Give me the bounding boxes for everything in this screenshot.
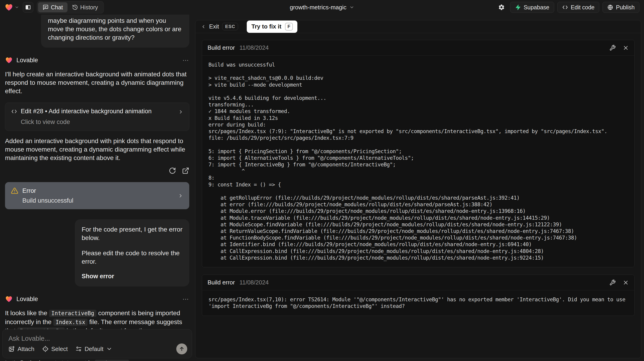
user-message-line: For the code present, I get the error be… <box>82 225 182 242</box>
assistant-text: I'll help create an interactive backgrou… <box>5 70 189 95</box>
build-error-card-header: Build error 11/08/2024 <box>202 40 634 56</box>
send-button[interactable] <box>176 344 187 355</box>
chevron-down-icon <box>14 5 19 9</box>
error-banner-subtitle: Build unsuccessful <box>22 197 183 204</box>
lovable-logo-menu[interactable] <box>4 3 19 12</box>
close-icon[interactable] <box>622 45 629 51</box>
edit-card-title: Edit #28 • Add interactive background an… <box>21 108 152 115</box>
code-brackets-icon <box>11 108 17 114</box>
close-icon[interactable] <box>622 279 629 286</box>
arrow-up-icon <box>179 346 185 352</box>
supabase-button[interactable]: Supabase <box>510 2 554 13</box>
restore-icon[interactable] <box>169 167 176 174</box>
warning-triangle-icon <box>11 187 18 194</box>
message-menu-button[interactable]: ⋯ <box>182 295 189 303</box>
build-error-card: Build error 11/08/2024 src/pages/Index.t… <box>202 275 635 316</box>
try-to-fix-button[interactable]: Try to fix it F <box>247 20 297 33</box>
build-error-title: Build error <box>208 279 235 286</box>
exit-label: Exit <box>209 23 219 30</box>
gear-icon <box>498 4 505 11</box>
publish-button[interactable]: Publish <box>602 2 640 13</box>
user-message-line: Please edit the code to resolve the erro… <box>82 249 182 266</box>
publish-label: Publish <box>616 4 635 11</box>
chat-icon <box>43 4 48 10</box>
user-message: maybe diagramming points and when you mo… <box>41 14 189 48</box>
settings-sliders-icon <box>76 346 82 352</box>
tab-chat[interactable]: Chat <box>38 2 68 12</box>
settings-button[interactable] <box>496 2 507 13</box>
edit-code-label: Edit code <box>571 4 594 11</box>
message-menu-button[interactable]: ⋯ <box>182 56 189 64</box>
build-error-banner[interactable]: Error Build unsuccessful <box>5 182 189 209</box>
assistant-name: Lovable <box>16 296 38 303</box>
chat-composer[interactable]: Ask Lovable... Attach Select Default <box>2 329 192 358</box>
tab-history[interactable]: History <box>68 2 102 12</box>
build-error-card-header: Build error 11/08/2024 <box>202 275 634 290</box>
edit-card-subtitle: Click to view code <box>21 118 183 126</box>
exit-button[interactable]: Exit ESC <box>201 23 238 30</box>
edit-code-button[interactable]: Edit code <box>557 2 599 13</box>
chat-mode-dropdown[interactable]: Default <box>76 346 112 353</box>
fix-wrench-icon[interactable] <box>609 45 616 51</box>
chat-scroll-area[interactable]: maybe diagramming points and when you mo… <box>0 14 194 361</box>
build-error-card-body[interactable]: src/pages/Index.tsx(7,10): error TS2614:… <box>202 290 634 316</box>
attach-label: Attach <box>18 346 34 353</box>
open-preview-icon[interactable] <box>182 167 189 174</box>
target-icon <box>42 346 48 352</box>
supabase-label: Supabase <box>524 4 549 11</box>
error-log-list: Build error 11/08/2024 Build was unsucce… <box>196 33 641 323</box>
panel-left-icon <box>25 4 31 10</box>
globe-icon <box>607 4 613 10</box>
tab-chat-label: Chat <box>51 4 63 11</box>
error-banner-title: Error <box>22 187 36 194</box>
assistant-message-header: Lovable ⋯ <box>5 56 189 64</box>
image-plus-icon <box>8 346 15 352</box>
edit-card-28[interactable]: Edit #28 • Add interactive background an… <box>5 103 189 131</box>
preview-header: Exit ESC Try to fix it F <box>196 20 641 33</box>
tab-history-label: History <box>80 4 98 11</box>
build-error-card: Build error 11/08/2024 Build was unsucce… <box>202 40 635 267</box>
chevron-right-icon <box>178 109 184 115</box>
chat-mode-label: Default <box>84 346 103 353</box>
sidebar-toggle-button[interactable] <box>23 2 33 12</box>
f-key-badge: F <box>285 23 293 30</box>
history-icon <box>72 4 78 10</box>
build-error-date: 11/08/2024 <box>240 279 269 286</box>
chevron-down-icon <box>349 5 354 10</box>
fix-wrench-icon[interactable] <box>609 279 616 286</box>
lovable-heart-icon <box>4 3 13 12</box>
project-switcher[interactable]: growth-metrics-magic <box>290 0 354 14</box>
assistant-text: Added an interactive background with pin… <box>5 137 189 162</box>
lovable-avatar-icon <box>5 295 13 303</box>
topbar-actions: Supabase Edit code Publish <box>496 2 640 13</box>
message-tools <box>5 167 189 174</box>
attach-button[interactable]: Attach <box>8 346 34 353</box>
build-error-card-body[interactable]: Build was unsuccessful > vite_react_shad… <box>202 56 634 267</box>
code-brackets-icon <box>562 4 568 10</box>
chevron-left-icon <box>201 24 206 29</box>
build-error-date: 11/08/2024 <box>240 44 269 51</box>
esc-key-badge: ESC <box>222 23 238 30</box>
console-output: src/pages/Index.tsx(7,10): error TS2614:… <box>208 296 628 310</box>
lovable-avatar-icon <box>5 56 13 64</box>
build-error-title: Build error <box>208 44 235 51</box>
view-tabs: Chat History <box>37 1 104 13</box>
user-message: For the code present, I get the error be… <box>75 219 189 287</box>
assistant-message-header: Lovable ⋯ <box>5 295 189 303</box>
assistant-name: Lovable <box>16 57 38 64</box>
assistant-rich-text: Let's fix the import statement in Index.… <box>5 359 189 361</box>
chat-input[interactable]: Ask Lovable... <box>8 335 186 342</box>
select-element-button[interactable]: Select <box>42 346 68 353</box>
top-bar: Chat History growth-metrics-magic Supaba… <box>0 0 644 14</box>
project-name: growth-metrics-magic <box>290 4 347 11</box>
chevron-down-icon <box>106 346 112 352</box>
chevron-right-icon <box>178 193 183 199</box>
console-output: Build was unsuccessful > vite_react_shad… <box>208 61 628 261</box>
select-label: Select <box>51 346 68 353</box>
supabase-icon <box>515 4 521 10</box>
try-to-fix-label: Try to fix it <box>251 23 281 30</box>
preview-panel: Exit ESC Try to fix it F Build error 11/… <box>195 20 641 358</box>
show-error-link[interactable]: Show error <box>82 272 182 281</box>
chat-panel: maybe diagramming points and when you mo… <box>0 14 194 361</box>
